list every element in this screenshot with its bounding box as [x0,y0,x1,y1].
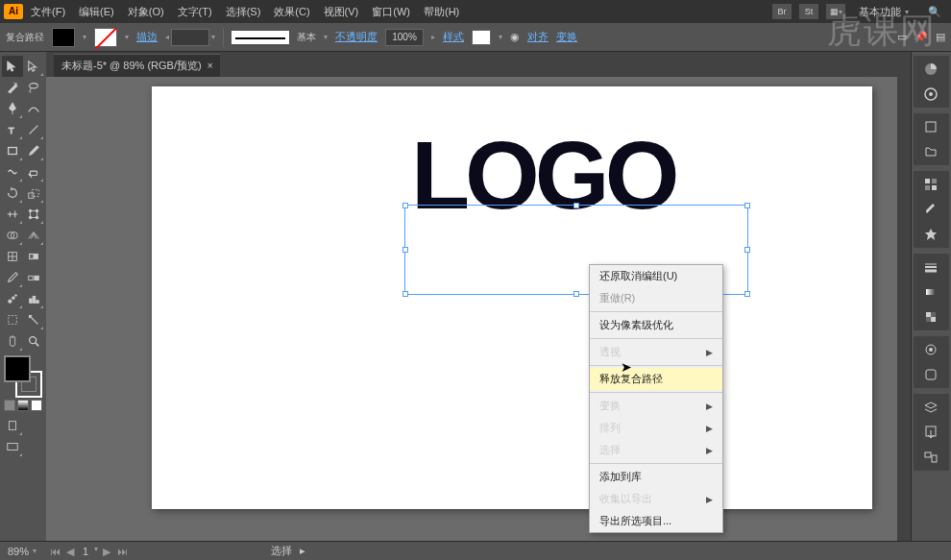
zoom-tool[interactable] [23,330,44,352]
perspective-grid-tool[interactable] [23,225,44,246]
chevron-down-icon[interactable]: ▾ [83,33,86,41]
chevron-down-icon[interactable]: ▾ [125,33,129,41]
cc-icon[interactable] [915,83,946,106]
fill-stroke-indicator[interactable] [2,355,44,398]
close-icon[interactable]: × [207,61,213,71]
ctx-transform[interactable]: 变换▶ [590,395,722,417]
free-transform-tool[interactable] [23,204,44,225]
transparency-panel-icon[interactable] [915,305,946,329]
ctx-perspective[interactable]: 透视▶ [590,341,722,363]
appearance-panel-icon[interactable] [915,338,946,361]
zoom-dropdown[interactable]: 89% ▾ [4,546,40,557]
artboard-tool[interactable] [2,309,23,330]
properties-panel-icon[interactable] [915,115,946,138]
type-tool[interactable]: T [2,119,23,140]
eyedropper-tool[interactable] [2,267,23,288]
isolate-icon[interactable]: ▭ [897,31,907,43]
status-menu-icon[interactable]: ▸ [300,545,305,557]
gradient-panel-icon[interactable] [915,280,946,304]
gradient-tool[interactable] [23,246,44,267]
color-mode-gradient[interactable] [17,400,29,411]
menu-object[interactable]: 对象(O) [122,2,170,22]
align-link[interactable]: 对齐 [527,30,549,44]
layers-panel-icon[interactable] [915,396,946,419]
artboard-number[interactable]: 1 [79,545,92,558]
menu-select[interactable]: 选择(S) [220,2,267,22]
pin-icon[interactable]: 📌 [914,31,928,43]
asset-export-panel-icon[interactable] [915,421,946,444]
workspace-dropdown[interactable]: 基本功能 ▾ [853,3,914,21]
fill-swatch[interactable] [52,28,75,47]
line-tool[interactable] [23,119,44,140]
selection-handle-n[interactable] [573,203,579,208]
symbols-panel-icon[interactable] [915,223,946,246]
paintbrush-tool[interactable] [23,140,44,161]
eraser-tool[interactable] [23,161,44,183]
selection-handle-s[interactable] [573,291,579,297]
menu-file[interactable]: 文件(F) [25,2,71,22]
nav-first-icon[interactable]: ⏮ [48,545,61,558]
hand-tool[interactable] [2,330,23,352]
selection-handle-w[interactable] [402,247,408,253]
selection-handle-e[interactable] [744,247,750,253]
curvature-tool[interactable] [23,98,44,119]
stroke-swatch-none[interactable] [94,28,117,47]
nav-prev-icon[interactable]: ◀ [63,545,77,558]
swatches-panel-icon[interactable] [915,173,946,196]
column-graph-tool[interactable] [23,288,44,309]
transform-link[interactable]: 变换 [556,30,577,44]
artboards-panel-icon[interactable] [915,446,946,469]
chevron-down-icon[interactable]: ▾ [94,545,98,558]
ctx-collect-export[interactable]: 收集以导出▶ [590,488,722,510]
menu-view[interactable]: 视图(V) [318,2,365,22]
nav-last-icon[interactable]: ⏭ [115,545,129,558]
rectangle-tool[interactable] [2,140,23,161]
fill-indicator[interactable] [4,355,31,382]
shaper-tool[interactable] [2,161,23,183]
magic-wand-tool[interactable] [2,77,23,98]
ctx-select[interactable]: 选择▶ [590,439,722,461]
lasso-tool[interactable] [23,77,44,98]
mesh-tool[interactable] [2,246,23,267]
libraries-panel-icon[interactable] [915,140,946,163]
selection-handle-se[interactable] [744,291,750,297]
chevron-down-icon[interactable]: ▾ [211,33,215,41]
ctx-export-selection[interactable]: 导出所选项目... [590,510,722,532]
screen-mode-button[interactable] [2,436,23,457]
brushes-panel-icon[interactable] [915,198,946,221]
graphic-styles-panel-icon[interactable] [915,363,946,386]
blend-tool[interactable] [23,267,44,288]
opacity-link[interactable]: 不透明度 [335,30,378,44]
menu-effect[interactable]: 效果(C) [268,2,315,22]
menu-help[interactable]: 帮助(H) [418,2,465,22]
stroke-weight-dropdown[interactable]: ◂ ▾ [165,29,215,46]
chevron-right-icon[interactable]: ▸ [431,33,435,41]
ctx-pixel-perfect[interactable]: 设为像素级优化 [590,314,722,336]
search-field[interactable]: 🔍 [922,4,947,20]
shape-builder-tool[interactable] [2,225,23,246]
direct-selection-tool[interactable] [23,56,44,77]
menu-type[interactable]: 文字(T) [172,2,218,22]
chevron-down-icon[interactable]: ▾ [324,33,328,41]
style-link[interactable]: 样式 [443,30,464,44]
menu-window[interactable]: 窗口(W) [366,2,416,22]
stroke-weight-input[interactable] [171,29,209,46]
opacity-input[interactable] [385,29,424,46]
selection-handle-sw[interactable] [402,291,408,297]
recolor-icon[interactable]: ◉ [510,31,520,43]
color-mode-normal[interactable] [4,400,15,411]
stroke-profile-preview[interactable] [232,31,289,44]
canvas[interactable]: LOGO ➤ 还原取消编组(U) 重做(R) 设为像素级优化 透视▶ [46,77,897,541]
symbol-sprayer-tool[interactable] [2,288,23,309]
color-panel-icon[interactable] [915,58,946,81]
chevron-down-icon[interactable]: ▾ [499,33,502,41]
stock-button[interactable]: St [799,4,818,19]
arrange-docs-button[interactable]: ▦▾ [826,4,845,19]
bridge-button[interactable]: Br [772,4,792,19]
width-tool[interactable] [2,204,23,225]
stepper-icon[interactable]: ◂ [165,33,169,41]
ctx-undo[interactable]: 还原取消编组(U) [590,265,722,287]
ctx-release-compound-path[interactable]: 释放复合路径 [590,368,722,390]
ctx-arrange[interactable]: 排列▶ [590,417,722,439]
ctx-add-to-library[interactable]: 添加到库 [590,466,722,488]
